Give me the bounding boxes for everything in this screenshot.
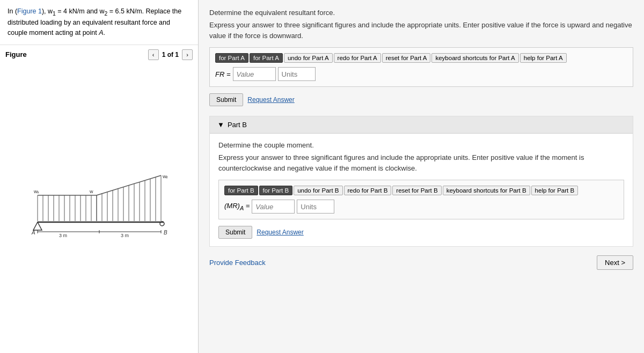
prev-figure-button[interactable]: ‹	[148, 49, 159, 60]
undo-b-button[interactable]: undo for Part B	[294, 186, 342, 195]
feedback-link[interactable]: Provide Feedback	[209, 259, 266, 267]
undo-a-button[interactable]: undo for Part A	[284, 53, 333, 63]
dim1-label: 3 m	[59, 233, 67, 238]
figure-svg: w₁ w₂ w A B 3 m 3 m	[30, 174, 169, 238]
fr-units-input[interactable]	[278, 67, 316, 81]
fr-label: FR =	[215, 70, 231, 78]
for-part-b-button-2[interactable]: for Part B	[259, 186, 293, 195]
right-panel: Determine the equivalent resultant force…	[199, 0, 644, 353]
figure-header: Figure ‹ 1 of 1 ›	[5, 49, 193, 60]
answer-box-b: for Part B for Part B undo for Part B re…	[218, 180, 624, 219]
help-b-button[interactable]: help for Part B	[531, 186, 579, 195]
keyboard-b-button[interactable]: keyboard shortcuts for Part B	[443, 186, 530, 195]
mr-value-input[interactable]	[252, 200, 295, 214]
figure-section: Figure ‹ 1 of 1 ›	[0, 45, 198, 353]
action-row-b: Submit Request Answer	[218, 226, 624, 239]
determine-a: Determine the equivalent resultant force…	[209, 9, 633, 17]
w2-label: w₂	[162, 174, 169, 179]
figure-canvas: w₁ w₂ w A B 3 m 3 m	[5, 63, 193, 349]
express-b: Express your answer to three significant…	[218, 152, 624, 173]
left-panel: In (Figure 1), w1 = 4 kN/m and w2 = 6.5 …	[0, 0, 199, 353]
redo-b-button[interactable]: redo for Part B	[344, 186, 392, 195]
part-b-label: Part B	[228, 121, 247, 129]
input-row-b: (MR)A =	[224, 200, 618, 214]
intro-text: In (	[8, 8, 17, 15]
figure-label: Figure	[5, 50, 27, 58]
figure-nav: ‹ 1 of 1 ›	[148, 49, 193, 60]
w-mid-label: w	[89, 189, 93, 194]
dim2-label: 3 m	[121, 233, 129, 238]
page-count: 1 of 1	[162, 51, 179, 58]
mr-units-input[interactable]	[297, 200, 334, 214]
part-b-body: Determine the couple moment. Express you…	[210, 134, 633, 246]
support-a	[33, 222, 42, 230]
next-button[interactable]: Next >	[597, 255, 633, 270]
for-part-a-button-1[interactable]: for Part A	[215, 53, 248, 63]
problem-description: In (Figure 1), w1 = 4 kN/m and w2 = 6.5 …	[0, 0, 198, 45]
request-b-button[interactable]: Request Answer	[257, 226, 303, 238]
w1-label: w₁	[33, 189, 40, 194]
submit-b-button[interactable]: Submit	[218, 226, 252, 239]
next-figure-button[interactable]: ›	[182, 49, 193, 60]
fr-value-input[interactable]	[233, 67, 276, 81]
redo-a-button[interactable]: redo for Part A	[334, 53, 381, 63]
express-a: Express your answer to three significant…	[209, 20, 633, 41]
reset-a-button[interactable]: reset for Part A	[382, 53, 431, 63]
help-a-button[interactable]: help for Part A	[520, 53, 567, 63]
toolbar-b: for Part B for Part B undo for Part B re…	[224, 186, 618, 195]
label-b: B	[164, 230, 167, 236]
for-part-b-button-1[interactable]: for Part B	[224, 186, 258, 195]
keyboard-a-button[interactable]: keyboard shortcuts for Part A	[431, 53, 518, 63]
part-b-section: ▼ Part B Determine the couple moment. Ex…	[209, 116, 633, 247]
action-row-a: Submit Request Answer	[209, 93, 633, 106]
figure-link[interactable]: Figure 1	[17, 8, 42, 15]
label-a: A	[31, 230, 35, 236]
toolbar-a: for Part A for Part A undo for Part A re…	[215, 53, 627, 63]
determine-b: Determine the couple moment.	[218, 141, 624, 149]
for-part-a-button-2[interactable]: for Part A	[250, 53, 283, 63]
request-a-button[interactable]: Request Answer	[247, 94, 294, 106]
bottom-row: Provide Feedback Next >	[209, 255, 633, 270]
mr-label: (MR)A =	[224, 202, 250, 211]
part-b-header[interactable]: ▼ Part B	[210, 116, 633, 134]
input-row-a: FR =	[215, 67, 627, 81]
submit-a-button[interactable]: Submit	[209, 93, 243, 106]
part-b-arrow: ▼	[217, 121, 224, 129]
answer-box-a: for Part A for Part A undo for Part A re…	[209, 47, 633, 87]
reset-b-button[interactable]: reset for Part B	[392, 186, 441, 195]
